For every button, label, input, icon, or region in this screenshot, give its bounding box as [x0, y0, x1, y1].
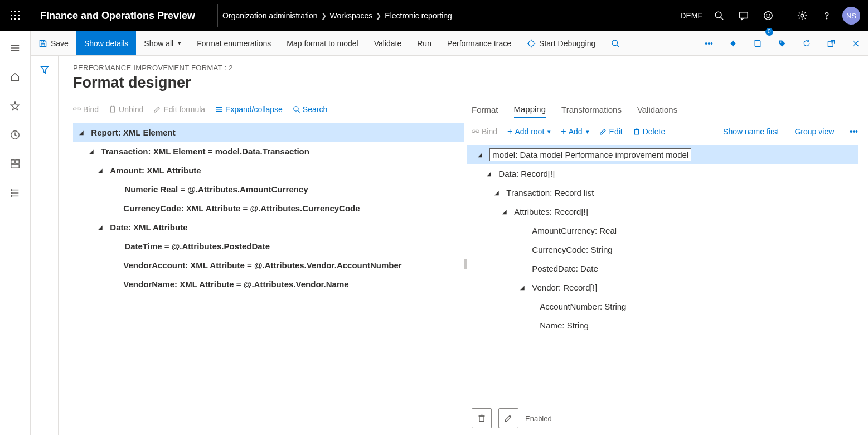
- tree-label: AccountNumber: String: [540, 302, 626, 311]
- favorite-icon[interactable]: [3, 94, 27, 118]
- svg-line-10: [721, 17, 724, 20]
- chat-icon[interactable]: [731, 3, 756, 28]
- tree-label: DateTime = @.Attributes.PostedDate: [124, 241, 270, 251]
- svg-point-12: [764, 12, 772, 20]
- svg-rect-3: [11, 14, 12, 16]
- tree-row[interactable]: ◢ Transaction: Record list: [467, 183, 858, 202]
- save-button[interactable]: Save: [31, 31, 76, 55]
- tree-label: Attributes: Record[!]: [514, 207, 588, 216]
- mapping-tree[interactable]: ◢ model: Data model Performance improvem…: [467, 143, 858, 337]
- modules-icon[interactable]: [3, 181, 27, 205]
- svg-point-50: [294, 107, 298, 111]
- format-pane: Bind Unbind Edit formula Expand/collapse…: [59, 94, 464, 435]
- edit-icon-button[interactable]: [498, 408, 518, 428]
- bind-button: Bind: [472, 127, 497, 136]
- tree-row[interactable]: ◢ AccountNumber: String: [467, 297, 858, 316]
- format-enumerations-button[interactable]: Format enumerations: [189, 31, 279, 55]
- menu-icon[interactable]: [3, 36, 27, 60]
- chevron-down-icon: ▾: [178, 40, 181, 47]
- app-launcher-icon[interactable]: [4, 4, 27, 27]
- show-all-button[interactable]: Show all▾: [136, 31, 189, 55]
- avatar-initials: NS: [846, 12, 856, 20]
- gear-icon[interactable]: [790, 3, 814, 28]
- breadcrumb-item[interactable]: Electronic reporting: [385, 11, 452, 20]
- tree-row[interactable]: ◢ model: Data model Performance improvem…: [467, 145, 858, 164]
- svg-rect-31: [41, 44, 45, 46]
- search-icon[interactable]: [707, 3, 731, 28]
- map-format-button[interactable]: Map format to model: [279, 31, 366, 55]
- tree-row[interactable]: ◢ PostedDate: Date: [467, 259, 858, 278]
- delete-button[interactable]: Delete: [633, 127, 665, 136]
- tree-row[interactable]: ◢ AmountCurrency: Real: [467, 221, 858, 240]
- book-icon[interactable]: [745, 31, 770, 55]
- unbind-button: Unbind: [109, 105, 143, 114]
- add-root-button[interactable]: +Add root▾: [507, 127, 551, 137]
- expander-icon[interactable]: ◢: [475, 152, 485, 158]
- close-icon[interactable]: [843, 31, 868, 55]
- more-icon[interactable]: •••: [697, 31, 721, 55]
- filter-icon[interactable]: [35, 60, 54, 79]
- tree-row[interactable]: ◢ Date: XML Attribute: [73, 218, 464, 236]
- tree-label: CurrencyCode: XML Attribute = @.Attribut…: [123, 204, 360, 213]
- expander-icon[interactable]: ◢: [76, 129, 86, 136]
- popout-icon[interactable]: [819, 31, 843, 55]
- help-icon[interactable]: [814, 3, 839, 28]
- svg-line-38: [617, 45, 619, 47]
- tree-row[interactable]: ◢ VendorName: XML Attribute = @.Attribut…: [73, 274, 464, 293]
- tree-row[interactable]: ◢ CurrencyCode: String: [467, 240, 858, 259]
- expander-icon[interactable]: ◢: [95, 167, 105, 173]
- show-name-first-button[interactable]: Show name first: [723, 127, 779, 136]
- validate-button[interactable]: Validate: [366, 31, 410, 55]
- tree-row[interactable]: ◢ Data: Record[!]: [467, 164, 858, 183]
- expander-icon[interactable]: ◢: [86, 148, 96, 154]
- feedback-icon[interactable]: [756, 3, 780, 28]
- bind-button: Bind: [73, 105, 99, 114]
- tree-row[interactable]: ◢ Numeric Real = @.Attributes.AmountCurr…: [73, 180, 464, 199]
- edit-button[interactable]: Edit: [599, 127, 623, 136]
- svg-point-16: [826, 18, 827, 18]
- tree-row[interactable]: ◢ Transaction: XML Element = model.Data.…: [73, 142, 464, 161]
- tag-icon[interactable]: 0: [770, 31, 794, 55]
- expander-icon[interactable]: ◢: [492, 190, 502, 196]
- search-button[interactable]: Search: [293, 105, 327, 114]
- breadcrumb-item[interactable]: Workspaces: [330, 11, 373, 20]
- more-icon[interactable]: •••: [850, 127, 858, 136]
- add-button[interactable]: +Add▾: [561, 127, 589, 137]
- tree-row[interactable]: ◢ Report: XML Element: [73, 123, 464, 142]
- run-button[interactable]: Run: [409, 31, 439, 55]
- refresh-icon[interactable]: [794, 31, 819, 55]
- recent-icon[interactable]: [3, 123, 27, 147]
- avatar[interactable]: NS: [842, 7, 860, 25]
- breadcrumb-item[interactable]: Organization administration: [222, 11, 317, 20]
- tab-mapping[interactable]: Mapping: [514, 101, 546, 118]
- expander-icon[interactable]: ◢: [500, 209, 510, 215]
- tree-row[interactable]: ◢ Vendor: Record[!]: [467, 278, 858, 297]
- format-tree[interactable]: ◢ Report: XML Element◢ Transaction: XML …: [73, 120, 464, 296]
- tree-row[interactable]: ◢ Amount: XML Attribute: [73, 161, 464, 180]
- performance-trace-button[interactable]: Performance trace: [439, 31, 519, 55]
- tree-row[interactable]: ◢ VendorAccount: XML Attribute = @.Attri…: [73, 255, 464, 274]
- tree-label: Transaction: XML Element = model.Data.Tr…: [101, 147, 309, 156]
- tree-row[interactable]: ◢ Name: String: [467, 316, 858, 335]
- save-label: Save: [51, 39, 69, 48]
- expander-icon[interactable]: ◢: [95, 224, 105, 230]
- tree-label: PostedDate: Date: [532, 264, 598, 273]
- tree-row[interactable]: ◢ DateTime = @.Attributes.PostedDate: [73, 236, 464, 255]
- tab-validations[interactable]: Validations: [637, 102, 677, 118]
- diamond-icon[interactable]: [721, 31, 745, 55]
- delete-icon-button[interactable]: [472, 408, 492, 428]
- search-command-icon[interactable]: [603, 31, 628, 55]
- tree-label: VendorName: XML Attribute = @.Attributes…: [123, 279, 348, 289]
- group-view-button[interactable]: Group view: [794, 127, 834, 136]
- tree-row[interactable]: ◢ Attributes: Record[!]: [467, 202, 858, 221]
- workspaces-icon[interactable]: [3, 152, 27, 176]
- tree-row[interactable]: ◢ CurrencyCode: XML Attribute = @.Attrib…: [73, 199, 464, 218]
- home-icon[interactable]: [3, 65, 27, 89]
- tab-format[interactable]: Format: [472, 102, 498, 118]
- start-debugging-button[interactable]: Start Debugging: [519, 31, 603, 55]
- expander-icon[interactable]: ◢: [484, 171, 494, 177]
- expander-icon[interactable]: ◢: [517, 284, 527, 291]
- show-details-button[interactable]: Show details: [76, 31, 136, 55]
- expand-collapse-button[interactable]: Expand/collapse: [215, 105, 283, 114]
- tab-transformations[interactable]: Transformations: [561, 102, 622, 118]
